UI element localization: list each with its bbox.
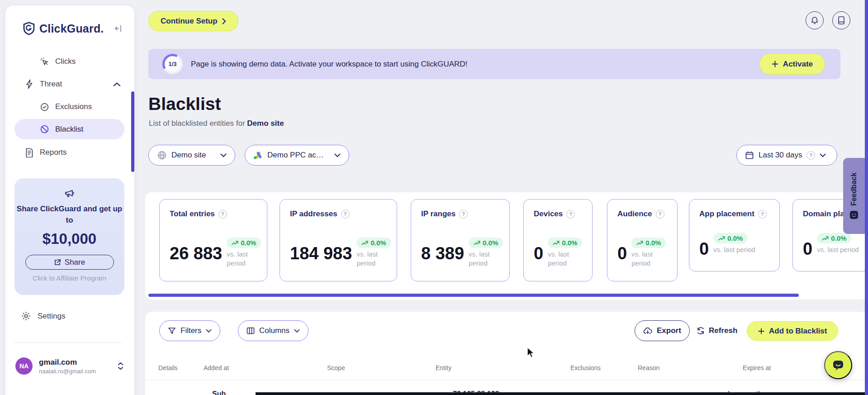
- docs-button[interactable]: [832, 11, 850, 29]
- sidebar-item-settings[interactable]: Settings: [21, 311, 65, 321]
- row-added-at: Sub: [212, 390, 226, 395]
- stat-value: 184 983: [290, 245, 352, 262]
- trend-up-icon: [718, 236, 725, 241]
- delta-badge: 0.0%: [469, 238, 503, 248]
- page-scrollbar[interactable]: [865, 0, 868, 395]
- site-selector[interactable]: Demo site: [148, 145, 235, 166]
- help-icon[interactable]: ?: [656, 210, 664, 219]
- share-button[interactable]: Share: [25, 255, 114, 270]
- help-icon[interactable]: ?: [758, 210, 767, 219]
- refresh-button[interactable]: Refresh: [697, 320, 737, 341]
- notifications-button[interactable]: [806, 11, 824, 29]
- account-name: gmail.com: [39, 358, 117, 367]
- lightning-icon: [25, 79, 34, 89]
- help-icon[interactable]: ?: [459, 210, 468, 219]
- account-email: naatali.ro@gmail.com: [39, 368, 117, 375]
- sidebar-item-blacklist[interactable]: Blacklist: [14, 119, 124, 139]
- stat-card-ip-ranges: IP ranges? 8 389 0.0% vs. last period: [411, 199, 510, 281]
- header-divider: [145, 380, 868, 380]
- blacklist-table-panel: Filters Columns Export: [145, 312, 868, 395]
- clickguard-app: ClickGuard. Clicks Threat: [0, 0, 868, 395]
- help-icon: ?: [806, 151, 815, 160]
- book-icon: [837, 16, 845, 25]
- sidebar-item-exclusions[interactable]: Exclusions: [40, 98, 92, 115]
- google-ads-icon: [253, 151, 263, 160]
- external-link-icon: [54, 259, 61, 266]
- help-icon[interactable]: ?: [341, 210, 350, 219]
- sidebar-collapse-icon[interactable]: [114, 24, 124, 33]
- gear-icon: [21, 311, 31, 321]
- sidebar-item-clicks[interactable]: Clicks: [40, 53, 76, 70]
- chevron-down-icon: [334, 153, 341, 157]
- chevron-down-icon: [294, 329, 300, 333]
- stat-value: 8 389: [421, 245, 464, 262]
- filters-button[interactable]: Filters: [159, 320, 220, 341]
- avatar: NA: [15, 357, 33, 375]
- sidebar-item-reports[interactable]: Reports: [25, 144, 67, 161]
- shield-g-logo-icon: [23, 22, 35, 35]
- add-to-blacklist-button[interactable]: Add to Blacklist: [747, 321, 838, 341]
- chevron-down-icon: [820, 153, 826, 157]
- sidebar-scrollbar[interactable]: [131, 91, 134, 172]
- stat-value: 0: [803, 240, 812, 257]
- sidebar: ClickGuard. Clicks Threat: [5, 5, 134, 395]
- ppc-account-selector[interactable]: Demo PPC ac…: [245, 145, 349, 166]
- stat-card-app-placement: App placement? 0 0.0% vs. last period: [689, 199, 780, 271]
- column-header-details[interactable]: Details: [158, 364, 178, 371]
- cursor-click-icon: [40, 57, 49, 67]
- help-icon[interactable]: ?: [218, 210, 227, 219]
- column-header-entity[interactable]: Entity: [436, 364, 451, 371]
- column-header-exclusions[interactable]: Exclusions: [570, 364, 601, 371]
- stat-card-audience: Audience? 0 0.0% vs. last period: [607, 199, 678, 281]
- check-badge-icon: [40, 102, 49, 112]
- setup-progress-label: 1/3: [165, 56, 180, 72]
- banner-message: Page is showing demo data. Activate your…: [191, 60, 467, 69]
- chat-bubble-icon: [831, 358, 845, 372]
- globe-icon: [157, 150, 167, 160]
- activate-button[interactable]: Activate: [759, 53, 825, 75]
- logo[interactable]: ClickGuard.: [23, 22, 104, 35]
- chat-widget-button[interactable]: [824, 351, 852, 379]
- trend-up-icon: [636, 240, 643, 246]
- chevron-right-icon: [222, 18, 226, 24]
- export-button[interactable]: Export: [635, 320, 690, 341]
- stat-value: 0: [534, 245, 543, 262]
- trend-up-icon: [474, 240, 480, 246]
- megaphone-icon: [64, 187, 76, 199]
- promo-amount: $10,000: [14, 230, 124, 247]
- smiley-chat-icon: [849, 210, 859, 219]
- chevron-down-icon: [220, 153, 227, 157]
- trend-up-icon: [232, 240, 238, 246]
- continue-setup-button[interactable]: Continue Setup: [148, 11, 238, 31]
- delta-badge: 0.0%: [631, 238, 666, 248]
- column-header-scope[interactable]: Scope: [327, 364, 345, 371]
- affiliate-promo-card[interactable]: Share ClickGuard and get up to $10,000 S…: [14, 178, 124, 295]
- trend-up-icon: [553, 240, 560, 246]
- account-switcher[interactable]: NA gmail.com naatali.ro@gmail.com: [15, 357, 124, 375]
- stats-horizontal-scrollbar[interactable]: [148, 294, 799, 297]
- stat-card-devices: Devices? 0 0.0% vs. last period: [523, 199, 593, 281]
- plus-icon: [758, 328, 764, 334]
- columns-button[interactable]: Columns: [238, 320, 308, 341]
- date-range-selector[interactable]: Last 30 days ?: [736, 145, 837, 166]
- subtitle-site-name: Demo site: [247, 119, 284, 128]
- delta-badge: 0.0%: [548, 238, 582, 248]
- help-icon[interactable]: ?: [566, 210, 575, 219]
- setup-progress-ring: 1/3: [162, 54, 183, 74]
- delta-badge: 0.0%: [713, 233, 748, 243]
- stat-value: 0: [699, 240, 709, 257]
- plus-icon: [772, 61, 778, 67]
- promo-title: Share ClickGuard and get up to: [14, 204, 124, 226]
- stat-card-ip-addresses: IP addresses? 184 983 0.0% vs. last peri…: [280, 199, 397, 281]
- column-header-reason[interactable]: Reason: [638, 364, 659, 371]
- feedback-label: Feedback: [850, 172, 858, 206]
- chevron-down-icon: [206, 329, 212, 333]
- trend-up-icon: [822, 236, 829, 241]
- column-header-added-at[interactable]: Added at: [204, 364, 229, 371]
- sidebar-item-threat[interactable]: Threat: [25, 76, 121, 93]
- stat-value: 0: [617, 245, 627, 262]
- column-header-expires-at[interactable]: Expires at: [743, 364, 771, 371]
- feedback-tab[interactable]: Feedback: [843, 158, 865, 234]
- bell-icon: [810, 16, 819, 25]
- chevron-up-icon: [113, 82, 121, 87]
